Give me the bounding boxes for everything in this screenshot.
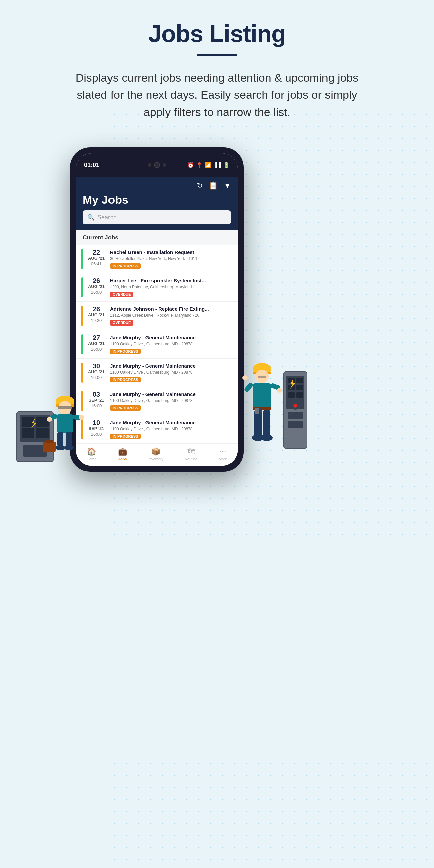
job-status-badge: IN PROGRESS bbox=[110, 377, 141, 382]
nav-label-inventory: Inventory bbox=[148, 457, 163, 461]
svg-point-16 bbox=[79, 415, 85, 420]
svg-point-49 bbox=[261, 434, 273, 441]
job-time: 16:00 bbox=[87, 432, 106, 437]
job-indicator bbox=[82, 277, 83, 298]
job-day: 27 bbox=[87, 334, 106, 341]
nav-label-routing: Routing bbox=[185, 457, 197, 461]
job-address: 1100 Oakley Drive , Gaithersburg, MD - 2… bbox=[110, 427, 232, 432]
job-status-badge: OVERDUE bbox=[110, 292, 133, 297]
phone-showcase: 01:01 ⏰ 📍 📶 ▐▐ 🔋 bbox=[40, 147, 274, 472]
refresh-icon[interactable]: ↻ bbox=[197, 181, 203, 190]
job-time: 16:00 bbox=[87, 290, 106, 295]
svg-rect-21 bbox=[43, 442, 56, 452]
job-time: 16:00 bbox=[87, 403, 106, 408]
nav-label-jobs: Jobs bbox=[118, 457, 127, 461]
job-list-item[interactable]: 26 AUG '21 16:00 Harper Lee - Fire sprin… bbox=[76, 273, 238, 302]
worker-left-illustration bbox=[13, 365, 87, 472]
job-address: 1100 Oakley Drive , Gaithersburg, MD - 2… bbox=[110, 370, 232, 375]
job-name: Jane Murphy - General Maintenance bbox=[110, 391, 232, 398]
job-list-item[interactable]: 10 SEP '21 16:00 Jane Murphy - General M… bbox=[76, 415, 238, 444]
job-date: 03 SEP '21 16:00 bbox=[87, 391, 106, 408]
job-details: Jane Murphy - General Maintenance 1100 O… bbox=[110, 334, 232, 354]
alarm-icon: ⏰ bbox=[187, 162, 194, 168]
job-list-item[interactable]: 27 AUG '21 16:00 Jane Murphy - General M… bbox=[76, 330, 238, 359]
job-day: 22 bbox=[87, 249, 106, 256]
job-list-item[interactable]: 22 AUG '21 06:41 Rachel Green - Installa… bbox=[76, 245, 238, 273]
job-date: 26 AUG '21 19:30 bbox=[87, 306, 106, 323]
location-icon: 📍 bbox=[196, 162, 203, 168]
job-month: AUG '21 bbox=[87, 312, 106, 317]
job-day: 30 bbox=[87, 363, 106, 369]
job-list-item[interactable]: 30 AUG '21 16:00 Jane Murphy - General M… bbox=[76, 359, 238, 387]
svg-point-43 bbox=[242, 375, 248, 380]
job-list-item[interactable]: 03 SEP '21 16:00 Jane Murphy - General M… bbox=[76, 387, 238, 415]
job-address: 30 Rockefeller Plaza, New York, New York… bbox=[110, 256, 232, 262]
routing-icon: 🗺 bbox=[187, 447, 195, 456]
job-day: 03 bbox=[87, 391, 106, 398]
svg-rect-4 bbox=[22, 428, 34, 438]
job-time: 19:30 bbox=[87, 318, 106, 323]
job-status-badge: IN PROGRESS bbox=[110, 348, 141, 354]
svg-rect-51 bbox=[260, 408, 262, 413]
svg-rect-22 bbox=[45, 440, 54, 443]
svg-rect-32 bbox=[288, 421, 303, 428]
job-list-item[interactable]: 26 AUG '21 19:30 Adrienne Johnson - Repl… bbox=[76, 302, 238, 330]
job-day: 10 bbox=[87, 419, 106, 426]
svg-point-19 bbox=[56, 445, 65, 451]
svg-rect-50 bbox=[255, 408, 259, 414]
job-month: SEP '21 bbox=[87, 426, 106, 431]
svg-rect-5 bbox=[36, 428, 49, 438]
notch-dot bbox=[148, 163, 151, 166]
header-actions: ↻ 📋 ▼ bbox=[83, 181, 231, 190]
nav-item-jobs[interactable]: 💼 Jobs bbox=[118, 447, 127, 461]
job-month: AUG '21 bbox=[87, 256, 106, 261]
svg-point-45 bbox=[277, 388, 282, 393]
battery-icon: 🔋 bbox=[223, 162, 230, 168]
bottom-navigation: 🏠 Home 💼 Jobs 📦 Inventory 🗺 Routing bbox=[76, 444, 238, 466]
job-indicator bbox=[82, 249, 83, 269]
signal-icon: ▐▐ bbox=[213, 162, 221, 168]
job-details: Jane Murphy - General Maintenance 1100 O… bbox=[110, 363, 232, 382]
svg-rect-40 bbox=[253, 383, 271, 410]
nav-item-routing[interactable]: 🗺 Routing bbox=[185, 447, 197, 461]
job-month: AUG '21 bbox=[87, 341, 106, 346]
status-time: 01:01 bbox=[84, 162, 99, 168]
job-status-badge: IN PROGRESS bbox=[110, 434, 141, 439]
job-details: Adrienne Johnson - Replace Fire Exting..… bbox=[110, 306, 232, 326]
page-header: Jobs Listing Displays current jobs needi… bbox=[40, 0, 394, 127]
svg-point-20 bbox=[64, 445, 74, 451]
job-month: AUG '21 bbox=[87, 369, 106, 374]
svg-point-34 bbox=[293, 404, 298, 408]
svg-rect-27 bbox=[288, 385, 295, 390]
job-month: AUG '21 bbox=[87, 284, 106, 289]
job-details: Jane Murphy - General Maintenance 1100 O… bbox=[110, 391, 232, 411]
svg-rect-28 bbox=[297, 385, 303, 390]
job-indicator bbox=[82, 306, 83, 326]
notch-dot2 bbox=[163, 163, 166, 166]
nav-label-more: More bbox=[219, 457, 227, 461]
status-bar: 01:01 ⏰ 📍 📶 ▐▐ 🔋 bbox=[76, 153, 238, 177]
nav-label-home: Home bbox=[87, 457, 96, 461]
job-date: 22 AUG '21 06:41 bbox=[87, 249, 106, 267]
nav-item-inventory[interactable]: 📦 Inventory bbox=[148, 447, 163, 461]
nav-item-more[interactable]: ⋯ More bbox=[219, 447, 227, 461]
filter-icon[interactable]: ▼ bbox=[224, 181, 231, 190]
status-icons: ⏰ 📍 📶 ▐▐ 🔋 bbox=[187, 162, 230, 168]
job-status-badge: OVERDUE bbox=[110, 320, 133, 326]
svg-rect-30 bbox=[297, 392, 303, 398]
nav-item-home[interactable]: 🏠 Home bbox=[87, 447, 96, 461]
briefcase-clock-icon[interactable]: 📋 bbox=[209, 181, 218, 190]
jobs-list: Current Jobs 22 AUG '21 06:41 Rachel Gre… bbox=[76, 230, 238, 444]
app-header: ↻ 📋 ▼ My Jobs 🔍 Search bbox=[76, 177, 238, 230]
job-date: 26 AUG '21 16:00 bbox=[87, 277, 106, 295]
title-underline bbox=[197, 54, 237, 56]
page-title: Jobs Listing bbox=[73, 20, 361, 48]
job-details: Rachel Green - Installation Request 30 R… bbox=[110, 249, 232, 269]
svg-rect-12 bbox=[57, 414, 73, 433]
section-header-current: Current Jobs bbox=[76, 230, 238, 245]
job-address: 1112, Apple Creek Drive , Rockville, Mar… bbox=[110, 313, 232, 318]
notch-camera bbox=[154, 162, 160, 168]
job-month: SEP '21 bbox=[87, 398, 106, 403]
inventory-icon: 📦 bbox=[151, 447, 160, 456]
search-bar[interactable]: 🔍 Search bbox=[83, 210, 231, 224]
